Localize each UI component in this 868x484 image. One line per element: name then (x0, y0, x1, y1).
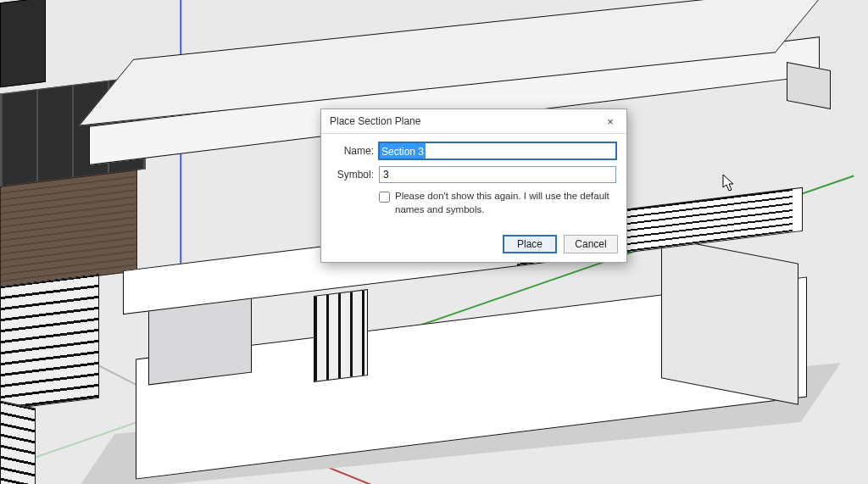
dialog-titlebar[interactable]: Place Section Plane × (321, 109, 626, 134)
close-icon[interactable]: × (599, 113, 621, 130)
symbol-label: Symbol: (331, 169, 379, 181)
name-label: Name: (331, 145, 379, 157)
front-door (0, 0, 46, 87)
name-field-value: Section 3 (380, 143, 426, 159)
stone-wall (0, 170, 137, 288)
corner-louver-window-side (0, 401, 36, 484)
mouse-cursor-icon (722, 174, 736, 192)
side-wall-right (661, 236, 798, 404)
dont-show-again-checkbox[interactable] (379, 192, 390, 203)
dialog-body: Name: Section 3 Symbol: Please don't sho… (321, 134, 626, 230)
roof-fascia-right (787, 62, 831, 109)
dialog-button-row: Place Cancel (321, 230, 626, 262)
fins-left (314, 289, 368, 382)
symbol-field[interactable] (379, 166, 616, 183)
cancel-button[interactable]: Cancel (564, 235, 618, 253)
dont-show-again-label: Please don't show this again. I will use… (395, 190, 616, 216)
place-section-plane-dialog: Place Section Plane × Name: Section 3 Sy… (320, 108, 627, 263)
place-button[interactable]: Place (503, 235, 557, 253)
corner-louver-window (0, 274, 99, 410)
dialog-title-text: Place Section Plane (330, 115, 420, 127)
name-field[interactable]: Section 3 (379, 142, 616, 159)
model-viewport[interactable]: Place Section Plane × Name: Section 3 Sy… (0, 0, 868, 484)
